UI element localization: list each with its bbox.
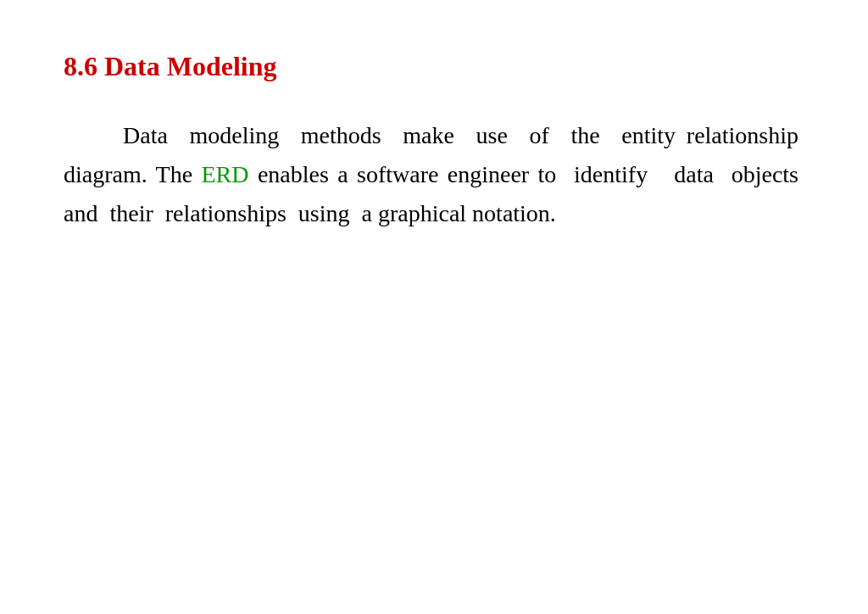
section-title: 8.6 Data Modeling <box>64 51 804 82</box>
body-paragraph: Data modeling methods make use of the en… <box>64 116 804 234</box>
erd-term: ERD <box>202 161 249 187</box>
page-container: 8.6 Data Modeling Data modeling methods … <box>0 0 868 614</box>
